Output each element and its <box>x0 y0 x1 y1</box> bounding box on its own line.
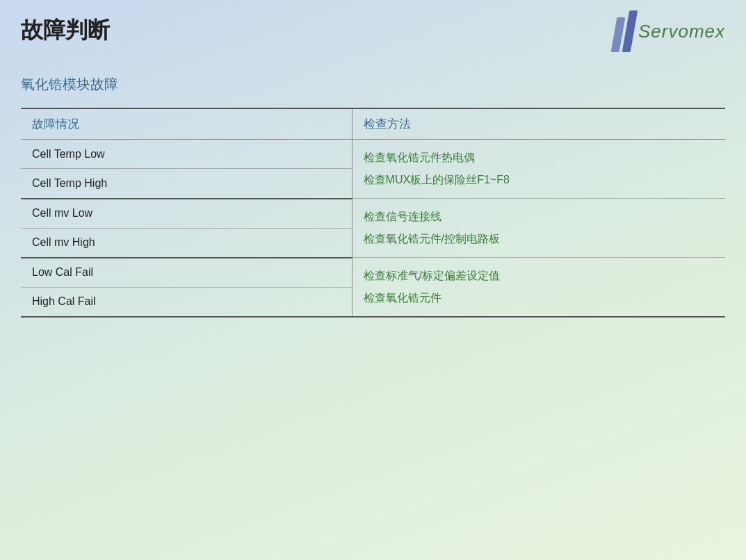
logo: Servomex <box>614 10 725 52</box>
check-mv: 检查信号连接线检查氧化锆元件/控制电路板 <box>352 199 725 258</box>
fault-cell-mv-high: Cell mv High <box>21 228 352 258</box>
table-row: Cell Temp Low 检查氧化锆元件热电偶检查MUX板上的保险丝F1~F8 <box>21 140 725 169</box>
table-row: Cell mv Low 检查信号连接线检查氧化锆元件/控制电路板 <box>21 199 725 229</box>
fault-table: 故障情况 检查方法 Cell Temp Low 检查氧化锆元件热电偶检查MUX板… <box>21 108 725 318</box>
fault-high-cal-fail: High Cal Fail <box>21 287 352 317</box>
fault-cell-mv-low: Cell mv Low <box>21 199 352 229</box>
logo-icon <box>614 10 634 52</box>
header-col-check: 检查方法 <box>352 108 725 140</box>
fault-cell-temp-low: Cell Temp Low <box>21 140 352 169</box>
table-header: 故障情况 检查方法 <box>21 108 725 140</box>
header-col-fault: 故障情况 <box>21 108 352 140</box>
logo-text: Servomex <box>638 21 725 42</box>
logo-text-mex: mex <box>689 21 725 42</box>
logo-text-servo: Servo <box>638 21 689 42</box>
table-row: Low Cal Fail 检查标准气/标定偏差设定值检查氧化锆元件 <box>21 258 725 288</box>
fault-cell-temp-high: Cell Temp High <box>21 169 352 199</box>
check-cal: 检查标准气/标定偏差设定值检查氧化锆元件 <box>352 258 725 318</box>
page-title: 故障判断 <box>21 15 110 46</box>
section-title: 氧化锆模块故障 <box>21 75 118 94</box>
fault-low-cal-fail: Low Cal Fail <box>21 258 352 288</box>
logo-stripe-right <box>622 10 638 52</box>
check-temp: 检查氧化锆元件热电偶检查MUX板上的保险丝F1~F8 <box>352 140 725 199</box>
